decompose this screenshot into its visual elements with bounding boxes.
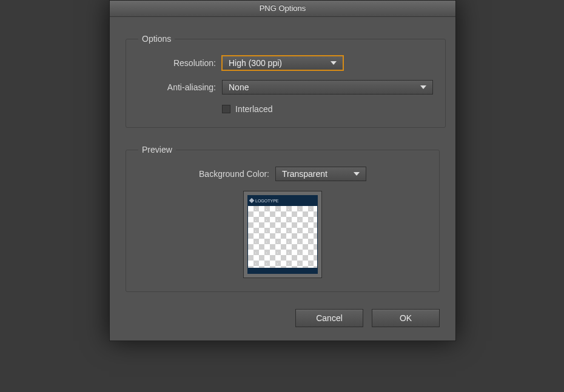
preview-thumbnail: LOGOTYPE	[243, 191, 322, 278]
preview-thumbnail-wrap: LOGOTYPE	[138, 191, 427, 278]
options-group: Options Resolution: High (300 ppi) Anti-…	[126, 34, 446, 128]
preview-legend: Preview	[138, 145, 176, 154]
dialog-body: Options Resolution: High (300 ppi) Anti-…	[110, 17, 455, 341]
preview-group: Preview Background Color: Transparent LO…	[126, 145, 440, 292]
chevron-down-icon	[351, 172, 362, 176]
antialias-label: Anti-aliasing:	[138, 82, 222, 92]
diamond-icon	[249, 198, 254, 203]
background-color-value: Transparent	[282, 169, 327, 179]
cancel-button[interactable]: Cancel	[295, 309, 363, 327]
chevron-down-icon	[328, 61, 339, 65]
background-color-select[interactable]: Transparent	[275, 167, 366, 181]
resolution-row: Resolution: High (300 ppi)	[138, 56, 433, 70]
interlaced-label: Interlaced	[235, 104, 272, 114]
resolution-select[interactable]: High (300 ppi)	[222, 56, 343, 70]
png-options-dialog: PNG Options Options Resolution: High (30…	[109, 0, 456, 341]
background-color-label: Background Color:	[199, 169, 269, 179]
options-legend: Options	[138, 34, 175, 44]
background-color-row: Background Color: Transparent	[138, 167, 427, 181]
preview-thumbnail-footer	[247, 268, 318, 274]
antialias-value: None	[229, 82, 249, 92]
chevron-down-icon	[418, 85, 429, 89]
resolution-value: High (300 ppi)	[229, 58, 282, 68]
transparency-checkerboard	[247, 206, 318, 268]
interlaced-row: Interlaced	[222, 104, 433, 114]
antialias-row: Anti-aliasing: None	[138, 80, 433, 95]
dialog-title: PNG Options	[110, 1, 455, 17]
preview-brand-text: LOGOTYPE	[255, 199, 279, 203]
dialog-buttons: Cancel OK	[126, 309, 440, 327]
antialias-select[interactable]: None	[222, 80, 433, 95]
ok-button[interactable]: OK	[372, 309, 440, 327]
preview-thumbnail-header: LOGOTYPE	[247, 195, 318, 206]
interlaced-checkbox[interactable]	[222, 105, 230, 113]
resolution-label: Resolution:	[138, 58, 222, 68]
